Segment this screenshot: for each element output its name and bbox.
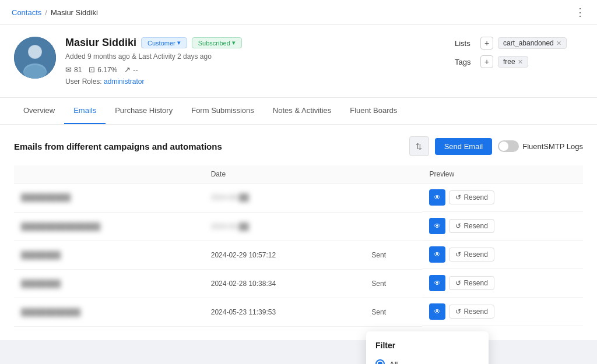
content-area: Emails from different campaigns and auto… <box>0 125 597 340</box>
add-list-button[interactable]: + <box>480 37 493 50</box>
col-status <box>364 165 422 183</box>
status-cell-3: Sent <box>364 241 422 269</box>
table-row: ██████████ 2024-08-██ 👁 ↺ Resend <box>14 183 583 213</box>
col-preview: Preview <box>422 165 583 183</box>
action-cell-3: 👁 ↺ Resend <box>422 241 583 269</box>
tab-form-submissions[interactable]: Form Submissions <box>182 98 264 124</box>
badge-subscribed[interactable]: Subscribed ▾ <box>192 37 242 48</box>
resend-label-2: Resend <box>463 222 487 230</box>
subject-blurred-3: ████████ <box>21 251 61 259</box>
stat-emails: ✉ 81 <box>65 65 82 74</box>
chevron-down-icon-2: ▾ <box>232 39 236 47</box>
copy-icon: ⊡ <box>89 65 95 74</box>
status-cell-4: Sent <box>364 269 422 298</box>
view-email-button-4[interactable]: 👁 <box>429 275 445 291</box>
tag-chip-free: free ✕ <box>498 56 528 68</box>
table-row: ████████████████ 2024-03-██ 👁 ↺ Resend <box>14 212 583 241</box>
more-options-icon[interactable]: ⋮ <box>575 6 585 19</box>
sort-icon: ⇅ <box>416 142 422 151</box>
user-roles-link[interactable]: administrator <box>104 77 144 86</box>
breadcrumb-contacts-link[interactable]: Contacts <box>12 8 41 17</box>
date-cell-4: 2024-02-28 10:38:34 <box>204 269 365 298</box>
resend-icon-4: ↺ <box>455 279 461 287</box>
profile-left: Masiur Siddiki Customer ▾ Subscribed ▾ A… <box>14 37 242 86</box>
table-row: ████████ 2024-02-28 10:38:34 Sent 👁 ↺ Re… <box>14 269 583 298</box>
action-cell-5: 👁 ↺ Resend <box>422 298 583 326</box>
lists-label: Lists <box>455 39 476 48</box>
date-cell-3: 2024-02-29 10:57:12 <box>204 241 365 269</box>
avatar-image <box>14 37 56 79</box>
tab-fluent-boards[interactable]: Fluent Boards <box>340 98 406 124</box>
badge-customer[interactable]: Customer ▾ <box>141 37 187 48</box>
profile-right: Lists + cart_abandoned ✕ Tags + free ✕ <box>455 37 583 74</box>
stat-rate-value: 6.17% <box>97 66 117 74</box>
tag-chip-label: free <box>503 58 515 66</box>
profile-section: Masiur Siddiki Customer ▾ Subscribed ▾ A… <box>0 25 597 98</box>
breadcrumb: Contacts / Masiur Siddiki <box>12 8 98 17</box>
avatar <box>14 37 56 79</box>
resend-icon-2: ↺ <box>455 222 461 230</box>
action-cell: 👁 ↺ Resend <box>422 183 583 212</box>
arrow-icon: ↗ -- <box>124 65 138 74</box>
resend-label: Resend <box>463 193 487 202</box>
stat-arrow: ↗ -- <box>124 65 138 74</box>
filter-dropdown: Filter All Opened Clicked Unopened <box>366 331 489 364</box>
date-cell-5: 2024-05-23 11:39:53 <box>204 298 365 326</box>
toggle-knob <box>499 142 508 151</box>
status-cell-5: Sent <box>364 298 422 326</box>
list-chip-cart-abandoned: cart_abandoned ✕ <box>498 37 567 49</box>
badge-subscribed-label: Subscribed <box>198 40 230 47</box>
subject-blurred: ██████████ <box>21 193 71 202</box>
eye-icon: 👁 <box>434 193 441 202</box>
breadcrumb-bar: Contacts / Masiur Siddiki ⋮ <box>0 0 597 25</box>
email-icon: ✉ <box>65 65 72 74</box>
fluentsmtp-toggle[interactable] <box>498 140 519 152</box>
resend-label-5: Resend <box>463 308 487 316</box>
filter-option-all[interactable]: All <box>375 357 479 364</box>
action-cell-2: 👁 ↺ Resend <box>422 212 583 241</box>
app-container: Contacts / Masiur Siddiki ⋮ <box>0 0 597 364</box>
view-email-button[interactable]: 👁 <box>429 189 445 206</box>
resend-button-4[interactable]: ↺ Resend <box>449 276 494 290</box>
tab-purchase-history[interactable]: Purchase History <box>106 98 182 124</box>
content-header: Emails from different campaigns and auto… <box>14 136 583 156</box>
lists-row: Lists + cart_abandoned ✕ <box>455 37 583 50</box>
subject-blurred-2: ████████████████ <box>21 222 100 231</box>
tab-emails[interactable]: Emails <box>64 98 106 124</box>
view-email-button-3[interactable]: 👁 <box>429 246 445 263</box>
eye-icon-5: 👁 <box>434 308 441 316</box>
resend-button[interactable]: ↺ Resend <box>449 190 494 204</box>
resend-label-4: Resend <box>463 279 487 287</box>
radio-all-inner <box>378 362 382 364</box>
user-roles: User Roles: administrator <box>65 77 242 86</box>
view-email-button-5[interactable]: 👁 <box>429 303 445 320</box>
list-chip-label: cart_abandoned <box>503 39 554 47</box>
add-tag-button[interactable]: + <box>480 55 493 68</box>
resend-button-2[interactable]: ↺ Resend <box>449 219 494 233</box>
action-cell-4: 👁 ↺ Resend <box>422 269 583 298</box>
radio-all <box>375 359 385 364</box>
subject-blurred-5: ████████████ <box>21 308 80 316</box>
chevron-down-icon: ▾ <box>177 39 181 47</box>
table-row: ████████████ 2024-05-23 11:39:53 Sent 👁 … <box>14 298 583 326</box>
tab-notes-activities[interactable]: Notes & Activities <box>264 98 340 124</box>
send-email-button[interactable]: Send Email <box>435 138 492 155</box>
date-blurred: 2024-08-██ <box>211 193 249 202</box>
remove-list-chip-icon[interactable]: ✕ <box>556 40 561 47</box>
eye-icon-2: 👁 <box>434 222 441 230</box>
resend-icon-5: ↺ <box>455 308 461 316</box>
view-email-button-2[interactable]: 👁 <box>429 218 445 234</box>
profile-name: Masiur Siddiki <box>65 37 136 49</box>
tags-row: Tags + free ✕ <box>455 55 583 68</box>
stat-emails-value: 81 <box>74 66 82 74</box>
resend-icon-3: ↺ <box>455 250 461 259</box>
sort-button[interactable]: ⇅ <box>409 136 429 156</box>
filter-all-label: All <box>389 360 398 365</box>
fluentsmtp-toggle-label: FluentSMTP Logs <box>522 142 583 151</box>
remove-tag-chip-icon[interactable]: ✕ <box>518 58 523 66</box>
resend-button-3[interactable]: ↺ Resend <box>449 248 494 261</box>
date-blurred-2: 2024-03-██ <box>211 222 249 231</box>
tab-overview[interactable]: Overview <box>14 98 64 124</box>
breadcrumb-separator: / <box>45 8 47 17</box>
resend-button-5[interactable]: ↺ Resend <box>449 305 494 319</box>
